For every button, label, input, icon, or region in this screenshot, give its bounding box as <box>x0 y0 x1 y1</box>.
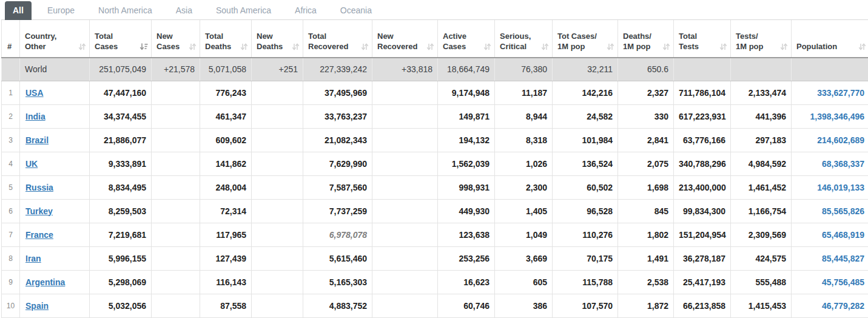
table-row: 9Argentina5,298,069116,1435,165,30316,62… <box>2 270 868 294</box>
population-link[interactable]: 1,398,346,496 <box>810 112 864 121</box>
sort-icon[interactable] <box>780 42 788 51</box>
table-row: 1USA47,447,160776,24337,495,9699,174,948… <box>2 81 868 104</box>
cell-tests_per_1m: 424,575 <box>731 246 792 270</box>
column-label: NewRecovered <box>377 31 434 52</box>
country-link[interactable]: Argentina <box>25 277 65 287</box>
tab-north-america[interactable]: North America <box>90 1 160 20</box>
cell-tests_per_1m: 1,166,754 <box>731 199 792 223</box>
cell-total_tests: 36,278,187 <box>674 246 731 270</box>
cell-population: 46,779,282 <box>792 294 868 317</box>
cell-new_recovered <box>372 294 438 317</box>
column-header-new_deaths[interactable]: NewDeaths <box>252 20 303 58</box>
country-link[interactable]: Spain <box>25 301 49 311</box>
cell-deaths_per_1m: 1,491 <box>618 246 674 270</box>
sort-icon[interactable] <box>78 42 86 51</box>
tab-africa[interactable]: Africa <box>287 1 325 20</box>
country-link[interactable]: USA <box>25 88 44 98</box>
column-header-active_cases[interactable]: ActiveCases <box>438 20 495 58</box>
cell-population: 85,565,826 <box>792 199 868 223</box>
population-link[interactable]: 333,627,770 <box>817 88 864 98</box>
cell-cases_per_1m: 96,528 <box>553 199 618 223</box>
cell-tests_per_1m: 1,415,453 <box>731 294 792 317</box>
population-link[interactable]: 85,565,826 <box>822 206 864 216</box>
country-link[interactable]: Turkey <box>25 206 53 216</box>
sort-icon[interactable] <box>292 42 300 51</box>
cell-total_deaths: 127,439 <box>200 246 252 270</box>
column-header-total_deaths[interactable]: TotalDeaths <box>200 20 252 58</box>
country-link[interactable]: India <box>25 112 45 121</box>
cell-serious_critical: 605 <box>495 270 553 294</box>
column-header-country[interactable]: Country,Other <box>20 20 90 58</box>
population-link[interactable]: 85,445,827 <box>822 254 864 263</box>
cell-new_recovered <box>372 81 438 104</box>
population-link[interactable]: 146,019,133 <box>817 183 864 192</box>
sort-desc-icon[interactable] <box>140 42 148 51</box>
tab-oceania[interactable]: Oceania <box>332 1 380 20</box>
cell-cases_per_1m: 24,582 <box>553 104 618 128</box>
column-label-line1: Active <box>443 31 491 41</box>
country-link[interactable]: France <box>25 230 53 240</box>
rank-cell: 10 <box>2 294 20 317</box>
column-header-total_tests[interactable]: TotalTests <box>674 20 731 58</box>
column-header-total_recovered[interactable]: TotalRecovered <box>303 20 372 58</box>
country-cell: UK <box>20 152 90 175</box>
sort-icon[interactable] <box>483 42 491 51</box>
cell-active_cases: 194,132 <box>438 128 495 152</box>
sort-icon[interactable] <box>719 42 727 51</box>
sort-icon[interactable] <box>240 42 248 51</box>
covid-stats-table-app: AllEuropeNorth AmericaAsiaSouth AmericaA… <box>0 0 868 318</box>
tab-asia[interactable]: Asia <box>168 1 200 20</box>
column-header-deaths_per_1m[interactable]: Deaths/1M pop <box>618 20 674 58</box>
cell-active_cases: 16,623 <box>438 270 495 294</box>
population-link[interactable]: 214,602,689 <box>817 135 864 145</box>
column-header-new_recovered[interactable]: NewRecovered <box>372 20 438 58</box>
column-header-population[interactable]: Population <box>792 20 868 58</box>
column-label-line1: Total <box>679 31 727 41</box>
column-header-serious_critical[interactable]: Serious,Critical <box>495 20 553 58</box>
cell-total_deaths: 117,965 <box>200 223 252 246</box>
column-label-line1: Serious, <box>500 31 548 41</box>
cell-tests_per_1m: 441,396 <box>731 104 792 128</box>
tab-europe[interactable]: Europe <box>39 1 82 20</box>
population-link[interactable]: 46,779,282 <box>822 301 864 311</box>
population-link[interactable]: 65,468,919 <box>822 230 864 240</box>
column-header-new_cases[interactable]: NewCases <box>152 20 200 58</box>
cell-deaths_per_1m: 1,698 <box>618 175 674 199</box>
cell-active_cases: 998,931 <box>438 175 495 199</box>
population-link[interactable]: 68,368,337 <box>822 159 864 169</box>
cell-population: 45,756,485 <box>792 270 868 294</box>
sort-icon[interactable] <box>541 42 549 51</box>
tab-all[interactable]: All <box>5 1 32 20</box>
column-header-tests_per_1m[interactable]: Tests/1M pop <box>731 20 792 58</box>
country-link[interactable]: Brazil <box>25 135 49 145</box>
cell-deaths_per_1m: 2,841 <box>618 128 674 152</box>
cell-active_cases: 123,638 <box>438 223 495 246</box>
column-label: Population <box>796 41 866 52</box>
sort-icon[interactable] <box>858 42 866 51</box>
sort-icon[interactable] <box>426 42 434 51</box>
population-link[interactable]: 45,756,485 <box>822 277 864 287</box>
cell-new_recovered: +33,818 <box>372 58 438 81</box>
country-link[interactable]: Russia <box>25 183 53 192</box>
sort-icon[interactable] <box>189 42 197 51</box>
rank-cell: 1 <box>2 81 20 104</box>
cell-active_cases: 149,871 <box>438 104 495 128</box>
column-header-cases_per_1m[interactable]: Tot Cases/1M pop <box>553 20 618 58</box>
country-link[interactable]: UK <box>25 159 38 169</box>
cell-serious_critical: 1,049 <box>495 223 553 246</box>
cell-tests_per_1m: 4,984,592 <box>731 152 792 175</box>
sort-icon[interactable] <box>662 42 670 51</box>
country-link[interactable]: Iran <box>25 254 41 263</box>
column-header-total_cases[interactable]: TotalCases <box>90 20 152 58</box>
table-row: 3Brazil21,886,077609,60221,082,343194,13… <box>2 128 868 152</box>
cell-total_tests: 63,776,166 <box>674 128 731 152</box>
cell-cases_per_1m: 107,570 <box>553 294 618 317</box>
tab-south-america[interactable]: South America <box>208 1 279 20</box>
country-cell: USA <box>20 81 90 104</box>
cell-serious_critical: 11,187 <box>495 81 553 104</box>
header-row: #Country,OtherTotalCasesNewCasesTotalDea… <box>2 20 868 58</box>
sort-icon[interactable] <box>361 42 369 51</box>
cell-serious_critical: 1,026 <box>495 152 553 175</box>
sort-icon[interactable] <box>607 42 614 51</box>
world-row: World251,075,049+21,5785,071,058+251227,… <box>2 58 868 81</box>
